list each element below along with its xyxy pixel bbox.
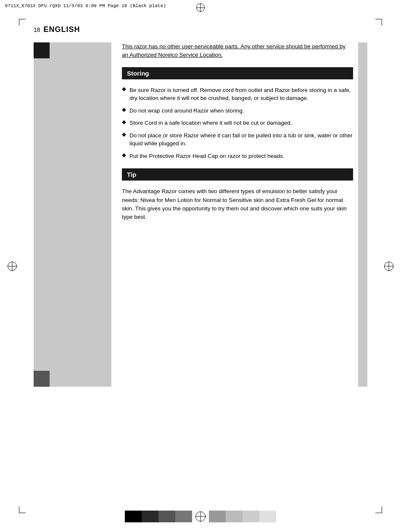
left-sidebar: [34, 42, 111, 387]
bullet-icon: [122, 87, 126, 92]
bullet-text: Be sure Razor is turned off. Remove cord…: [129, 86, 353, 102]
color-block-5: [209, 511, 226, 522]
page-title: 18 ENGLISH: [34, 25, 367, 34]
right-content: This razor has no other user-serviceable…: [111, 42, 353, 387]
reg-mark-bottom: [195, 511, 206, 522]
color-block-2: [142, 511, 158, 522]
reg-mark-top: [196, 3, 205, 12]
color-block-7: [243, 511, 259, 522]
list-item: Store Cord in a safe location where it w…: [122, 119, 353, 127]
storing-header: Storing: [122, 67, 353, 79]
tip-header: Tip: [122, 168, 353, 181]
file-info: 6711X_6701X DFU.rQXD 11/5/03 6:09 PM Pag…: [5, 3, 166, 8]
list-item: Do not wrap cord around Razor when stori…: [122, 107, 353, 115]
bullet-icon: [122, 120, 126, 124]
bullet-icon: [122, 108, 126, 112]
bullet-text: Do not place or store Razor where it can…: [129, 131, 353, 148]
tip-text: The Advantage Razor comes with two diffe…: [122, 187, 353, 221]
bullet-text: Do not wrap cord around Razor when stori…: [129, 107, 353, 115]
color-block-6: [226, 511, 243, 522]
list-item: Put the Protective Razor Head Cap on raz…: [122, 152, 353, 160]
crop-mark-tl: [19, 19, 26, 26]
bullet-text: Put the Protective Razor Head Cap on raz…: [129, 152, 353, 160]
color-block-4: [175, 511, 192, 522]
content-row: This razor has no other user-serviceable…: [34, 42, 367, 387]
bullet-icon: [122, 133, 126, 137]
black-square-topleft: [34, 42, 50, 58]
reg-mark-left: [8, 262, 17, 271]
list-item: Be sure Razor is turned off. Remove cord…: [122, 86, 353, 102]
bullet-icon: [122, 153, 126, 157]
color-block-8: [259, 511, 276, 522]
page-header: 6711X_6701X DFU.rQXD 11/5/03 6:09 PM Pag…: [5, 3, 396, 8]
page-language: ENGLISH: [44, 25, 80, 34]
reg-mark-right: [384, 262, 393, 271]
bottom-blocks: [125, 511, 276, 522]
main-content: 18 ENGLISH This razor has no other user-…: [34, 25, 367, 498]
color-block-3: [158, 511, 175, 522]
intro-text: This razor has no other user-serviceable…: [122, 42, 353, 60]
crop-mark-tr: [375, 19, 382, 26]
right-sidebar: [358, 42, 367, 387]
list-item: Do not place or store Razor where it can…: [122, 131, 353, 148]
black-square-bottomleft: [34, 371, 50, 387]
page-number: 18: [34, 26, 40, 33]
storing-list: Be sure Razor is turned off. Remove cord…: [122, 86, 353, 160]
color-block-1: [125, 511, 142, 522]
bullet-text: Store Cord in a safe location where it w…: [129, 119, 353, 127]
bottom-bar: [0, 509, 401, 524]
